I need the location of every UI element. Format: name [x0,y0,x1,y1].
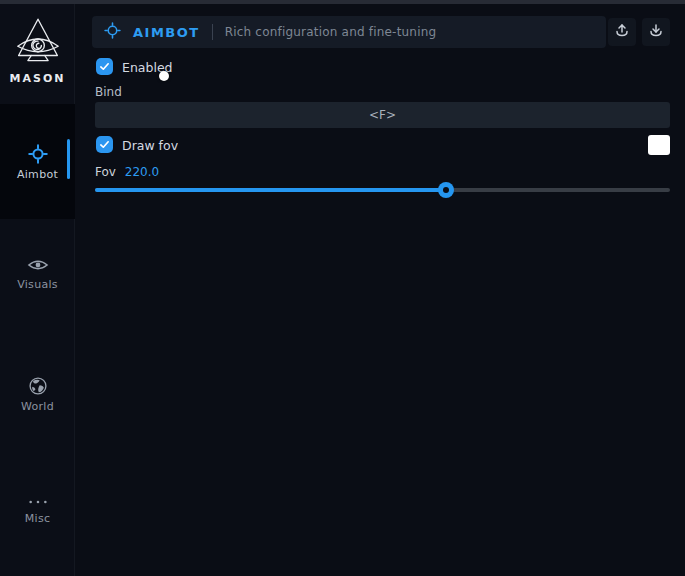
header-divider [212,24,213,40]
page-title: AIMBOT [133,25,200,40]
fov-slider-fill [95,188,446,192]
enabled-checkbox[interactable] [96,58,113,75]
draw-fov-label: Draw fov [122,138,178,153]
fov-value: 220.0 [125,165,159,179]
sidebar-item-label: Visuals [0,278,75,291]
sidebar-item-label: Aimbot [0,168,75,181]
export-config-button[interactable] [608,18,636,46]
draw-fov-checkbox[interactable] [96,136,113,153]
sidebar-item-world[interactable]: World [0,376,75,413]
crosshair-icon [0,144,75,164]
bind-label: Bind [95,85,122,99]
upload-icon [614,22,630,42]
download-icon [648,22,664,42]
sidebar-item-misc[interactable]: Misc [0,496,75,525]
sidebar-item-visuals[interactable]: Visuals [0,256,75,291]
page-subtitle: Rich configuration and fine-tuning [225,25,437,39]
check-icon [99,57,110,76]
fov-label-row: Fov 220.0 [95,165,159,179]
check-icon [99,135,110,154]
globe-icon [0,376,75,396]
fov-label: Fov [95,165,116,179]
crosshair-icon [104,22,121,43]
logo-title: MASON [0,72,75,85]
fov-slider[interactable] [95,188,670,192]
import-config-button[interactable] [642,18,670,46]
fov-color-swatch[interactable] [648,135,670,155]
page-header: AIMBOT Rich configuration and fine-tunin… [92,16,606,48]
bind-key-value: <F> [369,108,396,122]
active-tab-indicator [67,139,70,179]
ellipsis-icon [0,496,75,508]
eye-icon [0,256,75,274]
fov-slider-handle[interactable] [438,182,454,198]
mouse-cursor-dot [159,71,169,81]
sidebar-item-label: World [0,400,75,413]
sidebar: MASON Aimbot [0,4,75,576]
sidebar-item-aimbot[interactable]: Aimbot [0,104,75,219]
window-top-edge [0,0,685,4]
mason-eye-triangle-icon [0,14,75,70]
app-logo: MASON [0,14,75,85]
sidebar-item-label: Misc [0,512,75,525]
bind-key-field[interactable]: <F> [95,102,670,128]
